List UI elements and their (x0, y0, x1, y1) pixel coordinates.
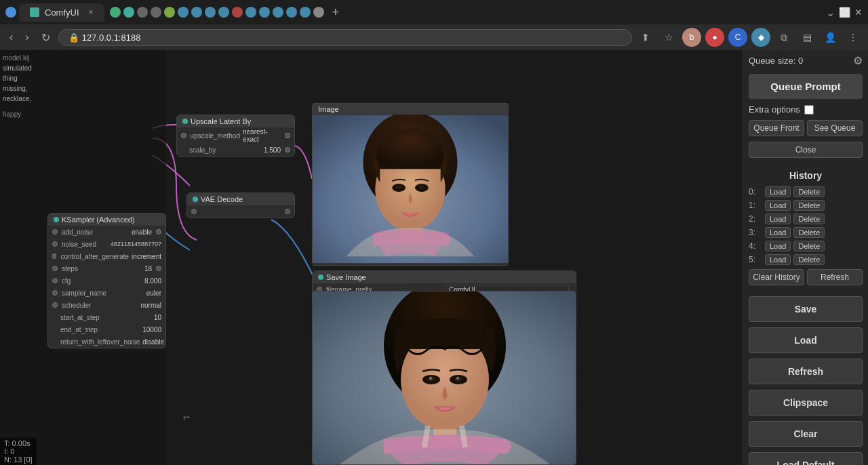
portrait-svg-1 (313, 115, 508, 264)
upscale-method-value: nearest-exact (243, 128, 281, 143)
browser-tab-icon-14 (286, 7, 297, 18)
extension-icon-1[interactable]: b (682, 28, 701, 47)
kport-in-4 (52, 266, 58, 271)
window-close-icon[interactable]: ✕ (854, 7, 863, 18)
history-load-1[interactable]: Load (765, 200, 791, 211)
history-delete-2[interactable]: Delete (793, 214, 825, 224)
kport-in-1 (52, 229, 58, 235)
tab-close-icon[interactable]: × (89, 7, 94, 17)
save-button[interactable]: Save (749, 296, 863, 322)
queue-prompt-button[interactable]: Queue Prompt (749, 74, 863, 99)
extensions-icon[interactable]: ⧉ (774, 28, 793, 47)
nav-bar: ‹ › ↻ 🔒 127.0.0.1:8188 ⬆ ☆ b ● C ◆ ⧉ ▤ 👤… (0, 24, 868, 50)
kport-out-1 (156, 229, 161, 235)
clear-history-button[interactable]: Clear History (749, 269, 804, 285)
extension-icon-4[interactable]: ◆ (751, 28, 770, 47)
refresh-button[interactable]: Refresh (749, 359, 863, 384)
clipspace-button[interactable]: Clipspace (749, 390, 863, 416)
bookmark-icon[interactable]: ☆ (659, 28, 678, 47)
port-out-1 (285, 133, 290, 138)
upscale-method-row: upscale_method nearest-exact (177, 127, 294, 144)
history-item-4: 4: Load Delete (746, 239, 865, 253)
return-value: disable (142, 338, 164, 346)
maximize-icon[interactable]: ⬜ (839, 7, 850, 18)
gear-icon[interactable]: ⚙ (853, 54, 863, 67)
history-item-5: 5: Load Delete (746, 253, 865, 266)
history-delete-4[interactable]: Delete (793, 241, 825, 251)
kport-in-3 (52, 254, 56, 259)
main-layout: model.kij simulated thing missing, neckl… (0, 50, 868, 465)
extension-icon-3[interactable]: C (728, 28, 747, 47)
history-num-3: 3: (749, 228, 762, 237)
menu-icon[interactable]: ⋮ (844, 28, 863, 47)
load-button[interactable]: Load (749, 327, 863, 353)
start-step-row: start_at_step 10 (48, 311, 165, 323)
queue-front-button[interactable]: Queue Front (749, 120, 804, 136)
scheduler-value: normal (140, 302, 161, 309)
history-delete-0[interactable]: Delete (793, 186, 825, 197)
queue-size-row: Queue size: 0 ⚙ (743, 50, 868, 71)
load-default-button[interactable]: Load Default (749, 452, 863, 465)
forward-button[interactable]: › (21, 28, 33, 46)
extra-options-row: Extra options (743, 102, 868, 117)
upscale-latent-node: Upscale Latent By upscale_method nearest… (176, 115, 295, 157)
active-tab[interactable]: ComfyUI × (19, 3, 104, 22)
steps-value: 18 (144, 265, 152, 272)
account-icon[interactable]: 👤 (821, 28, 840, 47)
sidebar-icon[interactable]: ▤ (797, 28, 816, 47)
address-bar[interactable]: 🔒 127.0.0.1:8188 (58, 29, 632, 46)
browser-tab-icon-16 (313, 7, 324, 18)
svg-rect-12 (408, 319, 482, 349)
end-step-value: 10000 (142, 326, 161, 333)
see-queue-button[interactable]: See Queue (807, 120, 863, 136)
history-delete-3[interactable]: Delete (793, 227, 825, 238)
history-num-5: 5: (749, 255, 762, 264)
close-button[interactable]: Close (749, 142, 863, 158)
reload-button[interactable]: ↻ (37, 28, 54, 47)
ksampler-node: KSampler (Advanced) add_noise enable noi… (47, 213, 166, 348)
svg-point-18 (456, 377, 459, 380)
browser-tab-icon-8 (205, 7, 216, 18)
clear-button[interactable]: Clear (749, 421, 863, 447)
image-placeholder-1 (313, 115, 508, 264)
sampler-row: sampler_name euler (48, 287, 165, 299)
history-load-3[interactable]: Load (765, 227, 791, 238)
image-node-1: Image (312, 103, 509, 266)
history-item-3: 3: Load Delete (746, 226, 865, 239)
sidebar: Queue size: 0 ⚙ Queue Prompt Extra optio… (743, 50, 868, 465)
ksampler-header: KSampler (Advanced) (48, 214, 165, 226)
return-label: return_with_leftover_noise (52, 338, 140, 346)
back-button[interactable]: ‹ (5, 28, 17, 46)
save-image-title: Save Image (326, 273, 366, 281)
new-tab-button[interactable]: + (327, 6, 345, 18)
return-row: return_with_leftover_noise disable (48, 336, 165, 348)
tab-label: ComfyUI (45, 7, 79, 18)
refresh-history-button[interactable]: Refresh (807, 269, 863, 285)
history-list: 0: Load Delete 1: Load Delete 2: Load De… (743, 185, 868, 266)
cfg-row: cfg 8.000 (48, 275, 165, 287)
canvas-area[interactable]: model.kij simulated thing missing, neckl… (0, 50, 743, 465)
close-btn-row: Close (743, 139, 868, 161)
history-load-2[interactable]: Load (765, 214, 791, 224)
history-load-4[interactable]: Load (765, 241, 791, 251)
browser-tab-icon-13 (273, 7, 283, 18)
history-delete-5[interactable]: Delete (793, 254, 825, 265)
browser-icons (5, 7, 16, 18)
extension-icon-2[interactable]: ● (705, 28, 724, 47)
history-delete-1[interactable]: Delete (793, 200, 825, 211)
history-title: History (743, 166, 868, 185)
tab-favicon (30, 7, 39, 17)
minimize-icon[interactable]: ⌄ (826, 6, 835, 19)
noise-seed-label: noise_seed (62, 241, 108, 248)
history-load-5[interactable]: Load (765, 254, 791, 265)
timing-text: T: 0.00s (4, 439, 33, 447)
scale-by-row: scale_by 1.500 (177, 144, 294, 156)
noise-seed-value: 462118145887707 (111, 241, 161, 247)
history-load-0[interactable]: Load (765, 186, 791, 197)
steps-label: steps (62, 265, 142, 272)
kport-in-7 (52, 302, 58, 308)
history-item-2: 2: Load Delete (746, 212, 865, 226)
extra-options-checkbox[interactable] (804, 105, 814, 115)
share-icon[interactable]: ⬆ (636, 28, 655, 47)
kport-out-2 (156, 266, 161, 271)
